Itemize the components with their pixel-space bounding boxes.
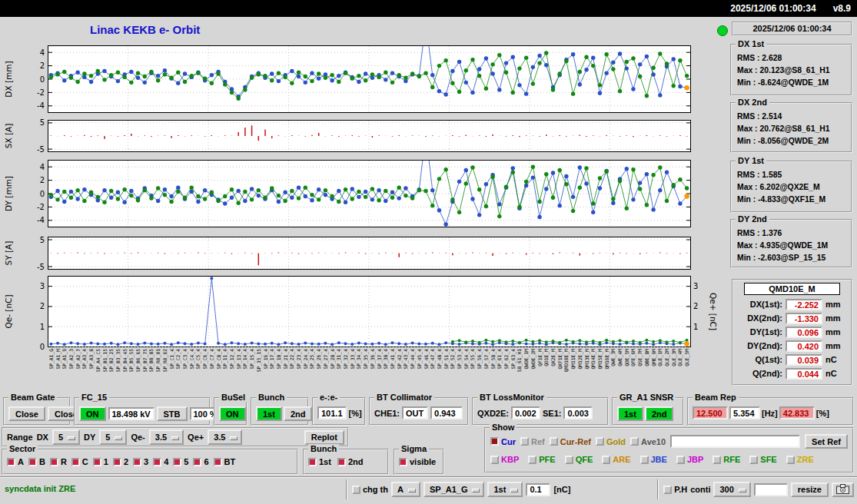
group-title: BT Collimator [374,393,434,402]
show-pfe-checkbox[interactable]: PFE [528,455,555,464]
stat-min: Min : -4.833@QXF1E_M [732,194,851,206]
svg-text:2: 2 [693,302,698,310]
ph-checkbox[interactable]: P.H [663,485,687,494]
show-ref-checkbox[interactable]: Ref [520,437,545,446]
svg-text:SP_34_4: SP_34_4 [356,349,362,370]
stat-box-dy-1st: DY 1st RMS : 1.585 Max : 6.202@QX2E_M Mi… [730,161,852,213]
show-jbe-checkbox[interactable]: JBE [640,455,667,464]
show-sfe-checkbox[interactable]: SFE [749,455,776,464]
range-dy-select[interactable]: 5 [99,429,127,445]
range-dx-select[interactable]: 5 [52,429,80,445]
show-are-checkbox[interactable]: ARE [602,455,630,464]
rep-pct-unit: [%] [816,409,829,418]
svg-text:SP_18_4: SP_18_4 [276,349,282,370]
svg-text:SP_C1_4: SP_C1_4 [169,349,175,370]
set-ref-button[interactable]: Set Ref [805,434,848,449]
bunch-select[interactable]: 1st [487,482,523,497]
screenshot-button[interactable] [832,482,854,497]
group-title: Sigma [399,444,429,453]
bunch-1st-button[interactable]: 1st [256,406,282,421]
sector-r-checkbox[interactable]: R [50,457,67,466]
show-kbp-checkbox[interactable]: KBP [490,455,519,464]
fc15-stb-button[interactable]: STB [157,406,188,421]
sigma-visible-checkbox[interactable]: visible [399,457,436,466]
group-title: e-:e- [317,393,340,402]
sector-bt-checkbox[interactable]: BT [214,457,236,466]
show-rfe-checkbox[interactable]: RFE [713,455,740,464]
qmd-row-value: 0.044 [786,368,822,380]
fc15-on-button[interactable]: ON [79,406,106,421]
snsr-1st-button[interactable]: 1st [617,406,643,421]
range-qep-label: Qe+ [188,433,204,442]
replot-button[interactable]: Replot [304,430,344,445]
svg-text:SP_B5_55: SP_B5_55 [128,349,135,373]
show-ave10-checkbox[interactable]: Ave10 [630,437,666,446]
svg-text:SP_38_4: SP_38_4 [383,349,389,370]
range-label: Range [7,433,33,442]
bunch-2nd-button[interactable]: 2nd [284,406,313,421]
bpm-select[interactable]: SP_A1_G [424,482,485,497]
show-cur-ref-checkbox[interactable]: Cur-Ref [550,437,591,446]
svg-text:SY [A]: SY [A] [4,241,13,266]
sector-4-checkbox[interactable]: 4 [153,457,168,466]
show-qfe-checkbox[interactable]: QFE [565,455,593,464]
threshold-input[interactable] [526,483,550,496]
fc15-kv-display: 18.498 kV [108,407,154,420]
svg-text:4: 4 [40,48,45,57]
show-jbp-checkbox[interactable]: JBP [676,455,703,464]
ee-ratio-unit: [%] [349,409,362,418]
option-menu-indicator [510,489,518,492]
chg-th-checkbox[interactable]: chg th [352,485,388,494]
checkbox-indicator [352,486,360,494]
sector-6-checkbox[interactable]: 6 [193,457,208,466]
statusbar-divider [0,476,857,478]
svg-text:SP_15_15: SP_15_15 [256,349,262,373]
qmd-row-label: Q(1st): [736,355,782,364]
che1-value-display: 0.943 [430,406,463,419]
interval-select[interactable]: 300 [713,482,750,497]
svg-text:SP_31_4: SP_31_4 [336,349,342,370]
busel-on-button[interactable]: ON [219,406,246,421]
svg-text:5: 5 [40,118,45,127]
sector-c-checkbox[interactable]: C [71,457,88,466]
ref-file-input[interactable] [670,435,800,448]
sector-1-checkbox[interactable]: 1 [93,457,108,466]
svg-text:SP_B2_25: SP_B2_25 [108,349,115,373]
qmd-row-label: DX(1st): [736,300,782,309]
bunch-1st-checkbox[interactable]: 1st [308,457,331,466]
capture-count-input[interactable] [754,483,788,496]
checkbox-indicator [28,458,37,466]
beam-gate-close1-button[interactable]: Close [8,406,45,421]
sector-2-checkbox[interactable]: 2 [113,457,128,466]
svg-text:SP_24_4: SP_24_4 [303,349,309,370]
svg-text:SP_37_4: SP_37_4 [377,349,383,370]
ee-ratio-display: 101.1 [317,406,347,419]
sector-5-checkbox[interactable]: 5 [173,457,188,466]
show-zre-checkbox[interactable]: ZRE [786,455,814,464]
qmd-row-unit: nC [825,355,837,364]
svg-text:SP_11_4: SP_11_4 [222,349,228,370]
stat-min: Min : -2.603@SP_15_15 [732,252,851,264]
stat-rms: RMS : 2.514 [732,111,851,123]
svg-text:QSE_7M: QSE_7M [637,349,643,366]
checkbox-indicator [640,456,649,464]
range-qep-select[interactable]: 3.5 [208,429,242,445]
qmd-row-value: 0.420 [786,340,822,352]
stat-box-dx-2nd: DX 2nd RMS : 2.514 Max : 20.762@S8_61_H1… [730,102,852,153]
qmd-row-unit: mm [825,300,841,309]
snsr-2nd-button[interactable]: 2nd [645,406,674,421]
sector-b-checkbox[interactable]: B [28,457,45,466]
svg-text:QX2E_M: QX2E_M [550,349,556,366]
titlebar-version: v8.9 [833,3,851,14]
show-cur-checkbox[interactable]: Cur [490,437,516,446]
show-gold-checkbox[interactable]: Gold [596,437,626,446]
bunch-2nd-checkbox[interactable]: 2nd [337,457,364,466]
svg-text:-2: -2 [37,88,45,97]
range-qem-select[interactable]: 3.5 [149,429,184,445]
svg-text:SP_C5_4: SP_C5_4 [195,349,201,370]
sector-a-checkbox[interactable]: A [7,457,24,466]
sector-select[interactable]: A [391,482,420,497]
resize-button[interactable]: resize [791,482,829,497]
qmd-row-unit: nC [825,369,837,378]
sector-3-checkbox[interactable]: 3 [133,457,148,466]
